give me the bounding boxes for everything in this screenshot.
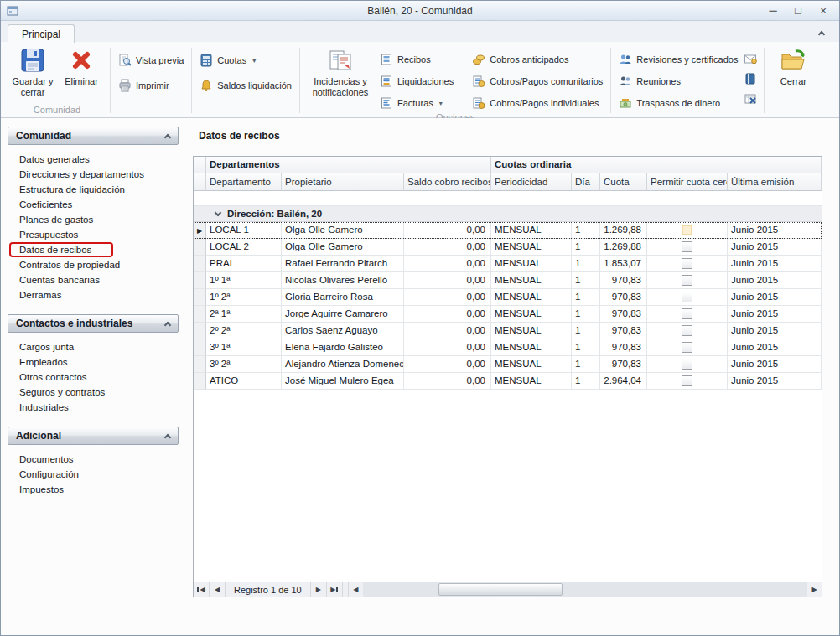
col-header-permitir-cuota-cero[interactable]: Permitir cuota cero bbox=[647, 173, 728, 191]
horizontal-scrollbar[interactable]: ◀ ▶ bbox=[348, 582, 822, 597]
envelope-button[interactable] bbox=[743, 51, 758, 66]
saldos-liquidacion-button[interactable]: Saldos liquidación bbox=[196, 77, 295, 94]
scroll-left-button[interactable]: ◀ bbox=[349, 582, 363, 597]
guardar-y-cerrar-button[interactable]: Guardar y cerrar bbox=[8, 44, 57, 98]
cell-dia: 1 bbox=[572, 306, 600, 323]
col-header-ultima-emision[interactable]: Última emisión bbox=[728, 173, 822, 191]
sidebar-item[interactable]: Seguros y contratos bbox=[9, 385, 115, 400]
cell-periodicidad: MENSUAL bbox=[491, 222, 572, 239]
table-row[interactable]: 1º 2ª Gloria Barreiro Rosa 0,00 MENSUAL … bbox=[194, 289, 822, 306]
table-rows: LOCAL 1 Olga Olle Gamero 0,00 MENSUAL 1 … bbox=[194, 222, 822, 390]
ribbon-collapse-button[interactable] bbox=[816, 27, 827, 39]
nav-next-button[interactable]: ▶ bbox=[311, 582, 327, 597]
grid-x-icon bbox=[744, 92, 757, 106]
table-row[interactable]: 3º 2ª Alejandro Atienza Domenech 0,00 ME… bbox=[194, 356, 822, 373]
row-indicator-icon bbox=[197, 222, 202, 239]
liquidaciones-button[interactable]: Liquidaciones bbox=[376, 73, 457, 90]
vista-previa-button[interactable]: Vista previa bbox=[115, 52, 187, 69]
sidebar-item[interactable]: Contratos de propiedad bbox=[9, 257, 130, 272]
scrollbar-thumb[interactable] bbox=[438, 583, 563, 596]
table-row[interactable]: 2ª 1ª Jorge Aguirre Camarero 0,00 MENSUA… bbox=[194, 306, 822, 323]
permitir-cuota-cero-checkbox[interactable] bbox=[682, 225, 692, 235]
revisiones-y-certificados-button[interactable]: Revisiones y certificados bbox=[615, 51, 741, 68]
nav-first-button[interactable]: ◀ bbox=[194, 582, 210, 597]
col-header-propietario[interactable]: Propietario bbox=[282, 173, 404, 191]
sidebar-section-header-contactos[interactable]: Contactos e industriales bbox=[8, 314, 179, 333]
cobros-anticipados-button[interactable]: Cobros anticipados bbox=[469, 51, 606, 68]
table-row[interactable]: LOCAL 2 Olga Olle Gamero 0,00 MENSUAL 1 … bbox=[194, 239, 822, 256]
sidebar-item[interactable]: Documentos bbox=[9, 452, 84, 467]
sidebar-item[interactable]: Estructura de liquidación bbox=[9, 182, 135, 197]
col-header-cuota[interactable]: Cuota bbox=[600, 173, 647, 191]
sidebar-item[interactable]: Industriales bbox=[9, 400, 79, 415]
money-icon bbox=[619, 96, 632, 110]
sidebar-item[interactable]: Impuestos bbox=[9, 482, 74, 497]
table-row[interactable]: 1º 1ª Nicolás Olivares Perelló 0,00 MENS… bbox=[194, 272, 822, 289]
sidebar-item[interactable]: Cargos junta bbox=[9, 339, 84, 354]
recibos-button[interactable]: Recibos bbox=[376, 51, 457, 68]
incidencias-button[interactable]: Incidencias y notificaciones bbox=[304, 44, 376, 98]
nav-last-button[interactable]: ▶ bbox=[327, 582, 343, 597]
permitir-cuota-cero-checkbox[interactable] bbox=[682, 308, 692, 319]
cobros-pagos-individuales-button[interactable]: Cobros/Pagos individuales bbox=[469, 95, 606, 111]
sidebar-item[interactable]: Coeficientes bbox=[9, 197, 82, 212]
permitir-cuota-cero-checkbox[interactable] bbox=[682, 359, 692, 370]
sidebar-item[interactable]: Derramas bbox=[9, 287, 71, 302]
reuniones-button[interactable]: Reuniones bbox=[615, 73, 741, 90]
table-row[interactable]: 2º 2ª Carlos Saenz Aguayo 0,00 MENSUAL 1… bbox=[194, 323, 822, 339]
permitir-cuota-cero-checkbox[interactable] bbox=[682, 275, 692, 286]
permitir-cuota-cero-checkbox[interactable] bbox=[682, 325, 692, 336]
imprimir-button[interactable]: Imprimir bbox=[115, 77, 187, 94]
traspasos-label: Traspasos de dinero bbox=[636, 98, 720, 108]
sidebar-item[interactable]: Cuentas bancarias bbox=[9, 272, 110, 287]
cuotas-button[interactable]: Cuotas ▾ bbox=[196, 52, 295, 69]
nav-prev-button[interactable]: ◀ bbox=[210, 582, 226, 597]
col-header-saldo[interactable]: Saldo cobro recibos bbox=[404, 173, 491, 191]
permitir-cuota-cero-checkbox[interactable] bbox=[682, 342, 692, 353]
maximize-button[interactable]: □ bbox=[791, 3, 806, 18]
table-row[interactable]: 3º 1ª Elena Fajardo Galisteo 0,00 MENSUA… bbox=[194, 339, 822, 356]
sidebar-section-header-comunidad[interactable]: Comunidad bbox=[8, 127, 179, 145]
indicator-column-header bbox=[194, 173, 206, 191]
spreadsheet-button[interactable] bbox=[743, 91, 758, 106]
close-button[interactable]: × bbox=[816, 3, 831, 18]
tab-principal[interactable]: Principal bbox=[8, 24, 75, 43]
scroll-right-button[interactable]: ▶ bbox=[807, 582, 822, 597]
facturas-button[interactable]: Facturas ▾ bbox=[376, 95, 457, 111]
revisiones-label: Revisiones y certificados bbox=[636, 54, 738, 65]
sidebar-item[interactable]: Otros contactos bbox=[9, 370, 97, 385]
sidebar-items-adicional: DocumentosConfiguraciónImpuestos bbox=[8, 445, 179, 499]
permitir-cuota-cero-checkbox[interactable] bbox=[682, 292, 692, 302]
cell-propietario: Rafael Ferrando Pitarch bbox=[282, 256, 404, 272]
sidebar-item[interactable]: Planes de gastos bbox=[9, 212, 103, 227]
record-count-label: Registro 1 de 10 bbox=[226, 582, 311, 597]
table-row[interactable]: ATICO José Miguel Mulero Egea 0,00 MENSU… bbox=[194, 373, 822, 390]
permitir-cuota-cero-checkbox[interactable] bbox=[682, 241, 692, 252]
group-header-departamentos[interactable]: Departamentos bbox=[206, 157, 491, 173]
sidebar-item[interactable]: Datos generales bbox=[9, 152, 100, 167]
group-row-direccion[interactable]: Dirección: Bailén, 20 bbox=[194, 205, 822, 222]
traspasos-de-dinero-button[interactable]: Traspasos de dinero bbox=[615, 95, 741, 111]
col-header-dia[interactable]: Día bbox=[572, 173, 600, 191]
group-header-cuotas-ordinaria[interactable]: Cuotas ordinaria bbox=[491, 157, 822, 173]
ribbon-group-print: Vista previa Imprimir bbox=[112, 44, 189, 117]
sidebar-item[interactable]: Presupuestos bbox=[9, 227, 88, 242]
cerrar-button[interactable]: Cerrar bbox=[769, 44, 817, 87]
cell-cuota: 970,83 bbox=[600, 323, 647, 339]
cobros-pagos-comunitarios-button[interactable]: Cobros/Pagos comunitarios bbox=[469, 73, 606, 90]
minimize-button[interactable]: ─ bbox=[765, 3, 780, 18]
permitir-cuota-cero-checkbox[interactable] bbox=[682, 258, 692, 269]
sidebar-item[interactable]: Empleados bbox=[9, 354, 78, 370]
scrollbar-track[interactable] bbox=[363, 582, 807, 597]
eliminar-button[interactable]: Eliminar bbox=[57, 44, 106, 87]
table-row[interactable]: PRAL. Rafael Ferrando Pitarch 0,00 MENSU… bbox=[194, 256, 822, 272]
table-row[interactable]: LOCAL 1 Olga Olle Gamero 0,00 MENSUAL 1 … bbox=[194, 222, 822, 239]
col-header-departamento[interactable]: Departamento bbox=[206, 173, 282, 191]
sidebar-item[interactable]: Configuración bbox=[9, 467, 89, 482]
sidebar-section-header-adicional[interactable]: Adicional bbox=[8, 427, 179, 445]
permitir-cuota-cero-checkbox[interactable] bbox=[682, 375, 692, 386]
sidebar-item[interactable]: Datos de recibos bbox=[9, 242, 113, 257]
col-header-periodicidad[interactable]: Periodicidad bbox=[491, 173, 572, 191]
ledger-button[interactable] bbox=[743, 71, 758, 86]
sidebar-item[interactable]: Direcciones y departamentos bbox=[9, 167, 154, 182]
